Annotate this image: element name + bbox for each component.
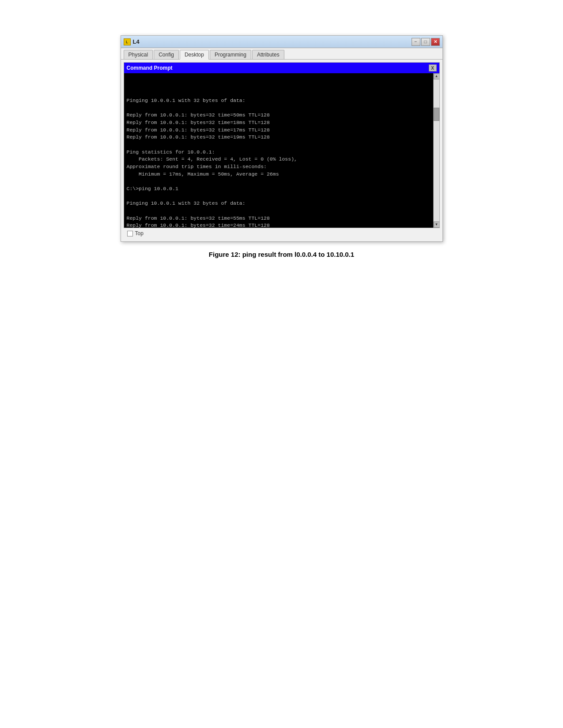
tab-attributes[interactable]: Attributes bbox=[252, 50, 284, 59]
minimize-button[interactable]: − bbox=[412, 38, 420, 46]
window-controls: − □ ✕ bbox=[412, 38, 440, 46]
cmd-window: Command Prompt X Pinging 10.0.0.1 with 3… bbox=[124, 62, 440, 228]
tabs-bar: Physical Config Desktop Programming Attr… bbox=[121, 48, 442, 60]
figure-caption: Figure 12: ping result from l0.0.0.4 to … bbox=[209, 251, 354, 258]
terminal[interactable]: Pinging 10.0.0.1 with 32 bytes of data: … bbox=[124, 73, 439, 228]
scrollbar-up-arrow[interactable]: ▲ bbox=[434, 73, 439, 79]
maximize-button[interactable]: □ bbox=[421, 38, 430, 46]
scrollbar-track bbox=[434, 79, 439, 221]
tab-programming[interactable]: Programming bbox=[210, 50, 251, 59]
cmd-title-text: Command Prompt bbox=[127, 65, 173, 71]
window-title-text: L4 bbox=[133, 38, 140, 45]
close-button[interactable]: ✕ bbox=[431, 38, 440, 46]
window-icon-label: L bbox=[126, 40, 128, 44]
scrollbar-down-arrow[interactable]: ▼ bbox=[434, 221, 439, 228]
window-icon: L bbox=[124, 38, 131, 45]
top-label: Top bbox=[135, 230, 144, 236]
scrollbar-thumb[interactable] bbox=[434, 108, 439, 121]
window-footer: Top bbox=[124, 228, 440, 239]
tab-config[interactable]: Config bbox=[154, 50, 179, 59]
top-checkbox[interactable] bbox=[127, 231, 133, 236]
main-window: L L4 − □ ✕ Physical Config Desktop Progr… bbox=[121, 35, 443, 242]
window-title-left: L L4 bbox=[124, 38, 140, 45]
window-titlebar: L L4 − □ ✕ bbox=[121, 36, 442, 48]
terminal-content: Pinging 10.0.0.1 with 32 bytes of data: … bbox=[127, 90, 431, 228]
cmd-titlebar: Command Prompt X bbox=[124, 63, 439, 73]
page-container: L L4 − □ ✕ Physical Config Desktop Progr… bbox=[0, 35, 563, 258]
terminal-wrapper: Pinging 10.0.0.1 with 32 bytes of data: … bbox=[124, 73, 439, 228]
cmd-close-button[interactable]: X bbox=[429, 64, 437, 71]
tab-desktop[interactable]: Desktop bbox=[180, 50, 209, 60]
tab-physical[interactable]: Physical bbox=[124, 50, 153, 59]
terminal-scrollbar[interactable]: ▲ ▼ bbox=[433, 73, 439, 228]
window-body: Command Prompt X Pinging 10.0.0.1 with 3… bbox=[121, 60, 442, 241]
